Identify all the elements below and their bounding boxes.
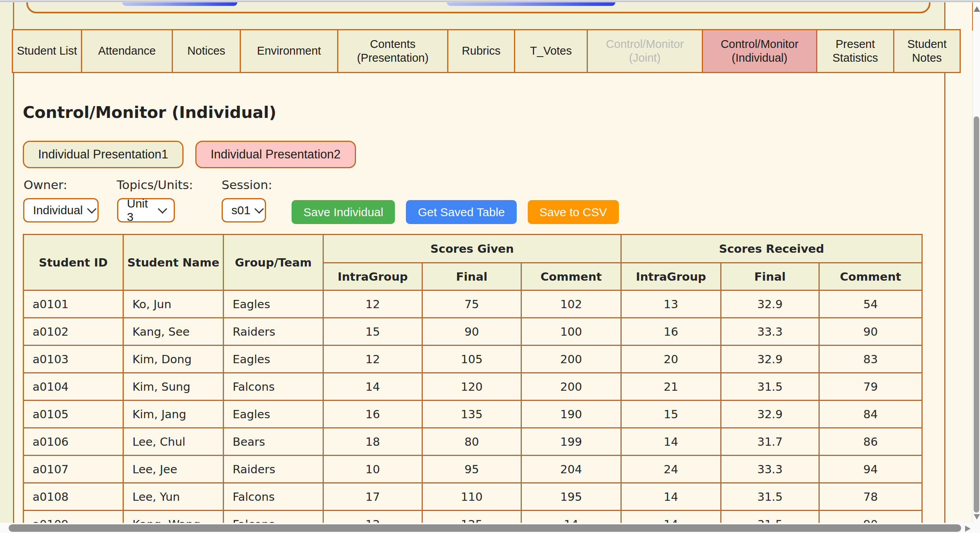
table-row: a0107Lee, JeeRaiders10952042433.394 bbox=[24, 456, 922, 483]
table-body: a0101Ko, JunEagles12751021332.954a0102Ka… bbox=[24, 290, 922, 533]
session-select[interactable]: s01 bbox=[222, 198, 266, 222]
table-cell: a0105 bbox=[24, 401, 123, 428]
blue-highlight-bar bbox=[447, 2, 615, 6]
subheader-received-intragroup: IntraGroup bbox=[621, 263, 721, 290]
tab-rubrics[interactable]: Rubrics bbox=[447, 29, 515, 73]
table-cell: 31.5 bbox=[721, 483, 819, 511]
tab-bar: Student List Attendance Notices Environm… bbox=[12, 29, 961, 73]
table-cell: 83 bbox=[819, 346, 922, 373]
table-cell: 17 bbox=[323, 483, 422, 511]
tab-control-monitor-individual[interactable]: Control/Monitor (Individual) bbox=[702, 29, 817, 73]
tab-student-notes[interactable]: Student Notes bbox=[893, 29, 961, 73]
table-cell: 24 bbox=[621, 456, 721, 483]
tab-contents-presentation[interactable]: Contents (Presentation) bbox=[337, 29, 448, 73]
table-cell: 12 bbox=[323, 290, 422, 318]
group-header-scores-given: Scores Given bbox=[323, 235, 621, 263]
table-cell: 12 bbox=[323, 346, 422, 373]
column-header-student-name: Student Name bbox=[123, 235, 224, 290]
table-row: a0101Ko, JunEagles12751021332.954 bbox=[24, 290, 922, 318]
table-cell: Raiders bbox=[224, 456, 323, 483]
owner-select-value: Individual bbox=[33, 204, 83, 217]
table-cell: Kim, Sung bbox=[123, 373, 224, 401]
table-cell: Kim, Dong bbox=[123, 346, 224, 373]
top-toolbar-edge bbox=[0, 0, 980, 2]
save-individual-button[interactable]: Save Individual bbox=[292, 200, 395, 224]
individual-presentation1-button[interactable]: Individual Presentation1 bbox=[23, 141, 184, 168]
table-cell: 78 bbox=[819, 483, 922, 511]
table-cell: 84 bbox=[819, 401, 922, 428]
table-cell: a0107 bbox=[24, 456, 123, 483]
subheader-received-final: Final bbox=[721, 263, 819, 290]
scroll-up-arrow-icon[interactable] bbox=[974, 6, 980, 12]
table-cell: 15 bbox=[323, 318, 422, 346]
table-cell: 14 bbox=[621, 483, 721, 511]
right-margin bbox=[945, 2, 972, 523]
table-cell: a0103 bbox=[24, 346, 123, 373]
owner-label: Owner: bbox=[24, 178, 67, 192]
scroll-right-arrow-icon[interactable] bbox=[965, 526, 971, 532]
table-row: a0104Kim, SungFalcons141202002131.579 bbox=[24, 373, 922, 401]
table-cell: 135 bbox=[422, 401, 521, 428]
table-cell: 200 bbox=[521, 373, 621, 401]
individual-presentation2-button[interactable]: Individual Presentation2 bbox=[195, 141, 356, 168]
tab-control-monitor-joint[interactable]: Control/Monitor (Joint) bbox=[587, 29, 703, 73]
horizontal-scrollbar-thumb[interactable] bbox=[9, 524, 961, 532]
topics-units-select[interactable]: Unit 3 bbox=[117, 198, 175, 222]
save-to-csv-button[interactable]: Save to CSV bbox=[528, 200, 619, 224]
table-cell: 14 bbox=[621, 428, 721, 456]
table-cell: Falcons bbox=[224, 373, 323, 401]
table-cell: Falcons bbox=[224, 483, 323, 511]
table-cell: 32.9 bbox=[721, 346, 819, 373]
table-cell: 100 bbox=[521, 318, 621, 346]
column-header-group-team: Group/Team bbox=[224, 235, 323, 290]
table-cell: 105 bbox=[422, 346, 521, 373]
table-cell: 200 bbox=[521, 346, 621, 373]
get-saved-table-button[interactable]: Get Saved Table bbox=[406, 200, 516, 224]
table-cell: 54 bbox=[819, 290, 922, 318]
table-cell: 195 bbox=[521, 483, 621, 511]
table-cell: Kang, See bbox=[123, 318, 224, 346]
table-cell: a0102 bbox=[24, 318, 123, 346]
table-cell: 20 bbox=[621, 346, 721, 373]
table-cell: Lee, Yun bbox=[123, 483, 224, 511]
chevron-down-icon bbox=[87, 204, 96, 213]
group-header-scores-received: Scores Received bbox=[621, 235, 922, 263]
topics-units-select-value: Unit 3 bbox=[127, 197, 154, 224]
table-cell: 75 bbox=[422, 290, 521, 318]
panel-border-right bbox=[944, 2, 945, 523]
table-cell: Raiders bbox=[224, 318, 323, 346]
table-cell: 94 bbox=[819, 456, 922, 483]
scroll-down-arrow-icon[interactable] bbox=[974, 514, 980, 520]
table-cell: 102 bbox=[521, 290, 621, 318]
table-cell: 31.5 bbox=[721, 373, 819, 401]
table-cell: 16 bbox=[621, 318, 721, 346]
table-cell: 80 bbox=[422, 428, 521, 456]
table-row: a0102Kang, SeeRaiders15901001633.390 bbox=[24, 318, 922, 346]
table-cell: 21 bbox=[621, 373, 721, 401]
table-cell: 110 bbox=[422, 483, 521, 511]
table-cell: 86 bbox=[819, 428, 922, 456]
tab-t-votes[interactable]: T_Votes bbox=[514, 29, 588, 73]
action-button-row: Save Individual Get Saved Table Save to … bbox=[292, 200, 619, 224]
tab-student-list[interactable]: Student List bbox=[12, 29, 82, 73]
owner-select[interactable]: Individual bbox=[23, 198, 99, 222]
table-cell: 90 bbox=[422, 318, 521, 346]
table-cell: 79 bbox=[819, 373, 922, 401]
vertical-scrollbar-thumb[interactable] bbox=[974, 116, 979, 513]
table-cell: Eagles bbox=[224, 290, 323, 318]
subheader-given-final: Final bbox=[422, 263, 521, 290]
table-cell: 120 bbox=[422, 373, 521, 401]
subheader-given-comment: Comment bbox=[521, 263, 621, 290]
table-cell: 199 bbox=[521, 428, 621, 456]
table-row: a0103Kim, DongEagles121052002032.983 bbox=[24, 346, 922, 373]
tab-attendance[interactable]: Attendance bbox=[81, 29, 173, 73]
tab-notices[interactable]: Notices bbox=[172, 29, 241, 73]
table-cell: 33.3 bbox=[721, 456, 819, 483]
tab-environment[interactable]: Environment bbox=[240, 29, 338, 73]
table-cell: 13 bbox=[621, 290, 721, 318]
tab-present-statistics[interactable]: Present Statistics bbox=[816, 29, 894, 73]
table-cell: 15 bbox=[621, 401, 721, 428]
table-cell: 32.9 bbox=[721, 401, 819, 428]
table-cell: Ko, Jun bbox=[123, 290, 224, 318]
panel-border-left bbox=[13, 2, 14, 523]
